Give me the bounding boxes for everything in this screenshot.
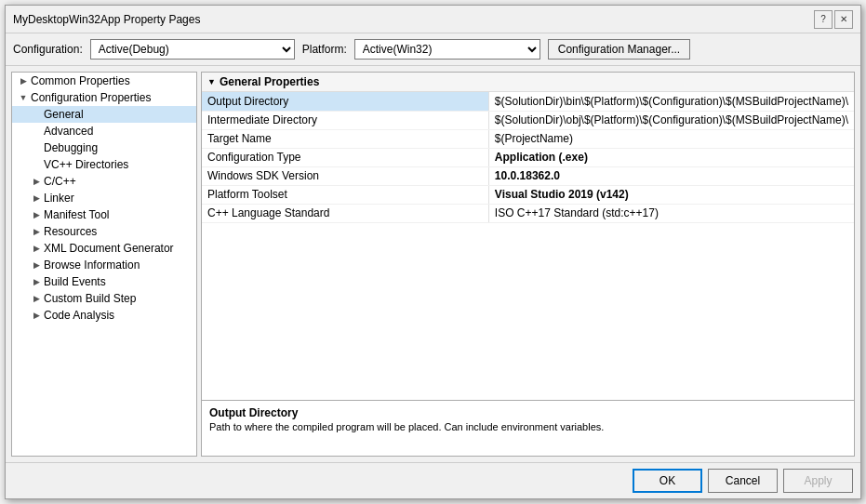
props-description-area: Output Directory Path to where the compi… <box>202 400 854 456</box>
expand-icon: ▶ <box>31 293 42 304</box>
expand-icon: ▶ <box>31 176 42 187</box>
tree-item-manifest-tool[interactable]: ▶ Manifest Tool <box>12 206 196 223</box>
dialog-title: MyDesktopWin32App Property Pages <box>13 13 200 26</box>
tree-item-build-events[interactable]: ▶ Build Events <box>12 273 196 290</box>
spacer-icon <box>31 142 42 153</box>
tree-item-advanced[interactable]: Advanced <box>12 123 196 139</box>
spacer-icon <box>31 126 42 137</box>
tree-item-xml-doc-generator[interactable]: ▶ XML Document Generator <box>12 240 196 257</box>
table-row[interactable]: Output Directory $(SolutionDir)\bin\$(Pl… <box>202 92 854 111</box>
tree-item-label: Common Properties <box>31 74 130 87</box>
prop-name-cpp-lang: C++ Language Standard <box>202 204 488 222</box>
apply-button[interactable]: Apply <box>783 469 853 493</box>
prop-name-output-dir: Output Directory <box>202 92 488 111</box>
props-section-header: ▼ General Properties <box>202 73 854 92</box>
tree-item-label: Advanced <box>44 125 93 138</box>
tree-item-label: Linker <box>44 192 74 205</box>
tree-item-common-properties[interactable]: ▶ Common Properties <box>12 73 196 89</box>
tree-item-label: XML Document Generator <box>44 242 174 255</box>
tree-item-debugging[interactable]: Debugging <box>12 139 196 156</box>
platform-select[interactable]: Active(Win32) <box>354 39 540 60</box>
spacer-icon <box>31 159 42 170</box>
main-content: ▶ Common Properties ▼ Configuration Prop… <box>6 66 860 462</box>
section-title: General Properties <box>220 75 319 88</box>
expand-icon: ▶ <box>31 192 42 204</box>
props-desc-text: Path to where the compiled program will … <box>209 421 846 432</box>
tree-item-label: Debugging <box>44 141 98 154</box>
tree-item-label: C/C++ <box>44 175 76 188</box>
expand-icon: ▶ <box>31 310 42 321</box>
prop-name-intermediate-dir: Intermediate Directory <box>202 111 488 129</box>
property-pages-dialog: MyDesktopWin32App Property Pages ? ✕ Con… <box>5 5 861 499</box>
tree-item-linker[interactable]: ▶ Linker <box>12 190 196 206</box>
collapse-icon-props: ▼ <box>207 77 216 86</box>
title-bar-left: MyDesktopWin32App Property Pages <box>13 13 200 26</box>
config-manager-button[interactable]: Configuration Manager... <box>548 39 690 60</box>
configuration-select[interactable]: Active(Debug) <box>90 39 295 60</box>
platform-label: Platform: <box>302 43 347 56</box>
help-button[interactable]: ? <box>814 10 833 29</box>
tree-item-label: Configuration Properties <box>31 91 151 104</box>
prop-value-platform-toolset: Visual Studio 2019 (v142) <box>488 185 854 204</box>
expand-icon: ▶ <box>31 243 42 254</box>
tree-item-cpp[interactable]: ▶ C/C++ <box>12 173 196 190</box>
prop-name-platform-toolset: Platform Toolset <box>202 185 488 204</box>
tree-item-code-analysis[interactable]: ▶ Code Analysis <box>12 307 196 324</box>
table-row[interactable]: C++ Language Standard ISO C++17 Standard… <box>202 204 854 222</box>
props-desc-title: Output Directory <box>209 406 846 419</box>
collapse-icon: ▼ <box>18 92 29 103</box>
tree-item-label: Build Events <box>44 275 106 288</box>
props-table: Output Directory $(SolutionDir)\bin\$(Pl… <box>202 92 854 223</box>
close-button[interactable]: ✕ <box>834 10 853 29</box>
tree-item-vcpp-directories[interactable]: VC++ Directories <box>12 156 196 173</box>
table-row[interactable]: Windows SDK Version 10.0.18362.0 <box>202 166 854 185</box>
tree-item-label: Browse Information <box>44 259 140 272</box>
prop-value-cpp-lang: ISO C++17 Standard (std:c++17) <box>488 204 854 222</box>
expand-icon: ▶ <box>31 259 42 271</box>
table-row[interactable]: Intermediate Directory $(SolutionDir)\ob… <box>202 111 854 129</box>
tree-item-label: Custom Build Step <box>44 292 136 305</box>
props-table-area: ▼ General Properties Output Directory $(… <box>202 73 854 400</box>
tree-panel: ▶ Common Properties ▼ Configuration Prop… <box>11 72 197 457</box>
properties-panel: ▼ General Properties Output Directory $(… <box>201 72 855 457</box>
prop-value-win-sdk: 10.0.18362.0 <box>488 166 854 185</box>
tree-item-configuration-properties[interactable]: ▼ Configuration Properties <box>12 89 196 106</box>
config-label: Configuration: <box>13 43 83 56</box>
expand-icon: ▶ <box>31 209 42 220</box>
tree-item-custom-build-step[interactable]: ▶ Custom Build Step <box>12 290 196 307</box>
prop-name-target-name: Target Name <box>202 129 488 148</box>
table-row[interactable]: Configuration Type Application (.exe) <box>202 148 854 166</box>
prop-name-win-sdk: Windows SDK Version <box>202 166 488 185</box>
tree-item-label: Manifest Tool <box>44 208 109 221</box>
prop-value-target-name: $(ProjectName) <box>488 129 854 148</box>
ok-button[interactable]: OK <box>633 469 702 493</box>
tree-item-browse-information[interactable]: ▶ Browse Information <box>12 257 196 273</box>
prop-value-output-dir: $(SolutionDir)\bin\$(Platform)\$(Configu… <box>488 92 854 111</box>
expand-icon: ▶ <box>31 276 42 287</box>
tree-item-general[interactable]: General <box>12 106 196 123</box>
cancel-button[interactable]: Cancel <box>708 469 778 493</box>
title-bar: MyDesktopWin32App Property Pages ? ✕ <box>6 6 860 33</box>
toolbar: Configuration: Active(Debug) Platform: A… <box>6 33 860 66</box>
tree-item-label: Resources <box>44 225 97 238</box>
prop-value-config-type: Application (.exe) <box>488 148 854 166</box>
expand-icon: ▶ <box>18 75 29 86</box>
prop-name-config-type: Configuration Type <box>202 148 488 166</box>
bottom-bar: OK Cancel Apply <box>6 462 860 498</box>
tree-item-resources[interactable]: ▶ Resources <box>12 223 196 240</box>
table-row[interactable]: Platform Toolset Visual Studio 2019 (v14… <box>202 185 854 204</box>
tree-item-label: General <box>44 108 84 121</box>
expand-icon: ▶ <box>31 226 42 237</box>
title-buttons: ? ✕ <box>814 10 853 29</box>
prop-value-intermediate-dir: $(SolutionDir)\obj\$(Platform)\$(Configu… <box>488 111 854 129</box>
spacer-icon <box>31 109 42 120</box>
table-row[interactable]: Target Name $(ProjectName) <box>202 129 854 148</box>
tree-item-label: VC++ Directories <box>44 158 128 171</box>
tree-item-label: Code Analysis <box>44 309 114 322</box>
